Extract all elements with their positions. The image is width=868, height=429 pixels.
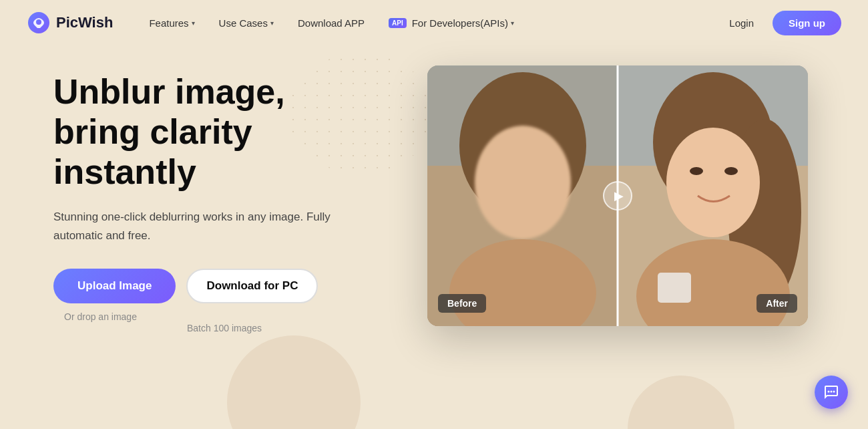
chevron-down-icon: ▾ — [511, 19, 514, 27]
chat-icon — [823, 384, 839, 400]
image-comparison: ▶ Before After — [427, 65, 808, 326]
hero-title: Unblur image, bring clarity instantly — [53, 72, 387, 192]
play-icon: ▶ — [614, 188, 624, 203]
nav-features-label: Features — [149, 17, 188, 29]
nav-item-features[interactable]: Features ▾ — [140, 12, 204, 34]
svg-point-14 — [724, 167, 738, 175]
logo[interactable]: PicWish — [27, 11, 113, 35]
logo-icon — [27, 11, 51, 35]
upload-image-button[interactable]: Upload Image — [53, 269, 176, 303]
signup-button[interactable]: Sign up — [773, 11, 841, 35]
nav-item-for-developers[interactable]: API For Developers(APIs) ▾ — [379, 12, 523, 34]
login-button[interactable]: Login — [721, 12, 762, 34]
nav-use-cases-label: Use Cases — [219, 17, 268, 29]
after-label: After — [756, 294, 797, 313]
hero-section: Unblur image, bring clarity instantly St… — [0, 45, 868, 334]
svg-point-12 — [666, 128, 760, 237]
svg-point-19 — [833, 391, 835, 393]
svg-point-1 — [36, 19, 41, 25]
play-button[interactable]: ▶ — [603, 181, 632, 210]
nav-developers-label: For Developers(APIs) — [412, 17, 508, 29]
batch-images-text: Batch 100 images — [187, 323, 262, 333]
api-badge: API — [389, 18, 407, 28]
chat-button[interactable] — [815, 376, 848, 409]
svg-rect-7 — [427, 65, 618, 326]
svg-point-17 — [828, 391, 830, 393]
logo-text: PicWish — [56, 14, 113, 31]
svg-rect-16 — [658, 273, 691, 303]
hero-title-line3: instantly — [53, 152, 196, 191]
nav-links: Features ▾ Use Cases ▾ Download APP API … — [140, 12, 721, 34]
before-label: Before — [438, 294, 486, 313]
download-pc-button[interactable]: Download for PC — [186, 269, 318, 303]
nav-item-use-cases[interactable]: Use Cases ▾ — [210, 12, 283, 34]
decorative-circle-right — [628, 376, 734, 429]
chevron-down-icon: ▾ — [192, 19, 195, 27]
before-image — [427, 65, 618, 326]
nav-auth: Login Sign up — [721, 11, 841, 35]
svg-point-18 — [831, 391, 833, 393]
after-portrait-overlay — [618, 65, 808, 326]
after-image — [618, 65, 808, 326]
nav-item-download-app[interactable]: Download APP — [288, 12, 374, 34]
navbar: PicWish Features ▾ Use Cases ▾ Download … — [0, 0, 868, 45]
hero-right: ▶ Before After — [427, 59, 828, 326]
decorative-circle-left — [227, 335, 361, 429]
before-portrait-overlay — [427, 65, 618, 326]
hero-subtitle: Stunning one-click deblurring works in a… — [53, 208, 334, 244]
hero-buttons: Upload Image Download for PC — [53, 269, 387, 303]
hero-title-line1: Unblur image, — [53, 72, 285, 111]
nav-download-label: Download APP — [298, 17, 365, 29]
chevron-down-icon: ▾ — [270, 19, 274, 27]
hero-title-line2: bring clarity — [53, 112, 252, 151]
svg-point-13 — [690, 167, 703, 175]
drop-image-text: Or drop an image — [64, 311, 137, 322]
hero-left: Unblur image, bring clarity instantly St… — [53, 59, 387, 334]
